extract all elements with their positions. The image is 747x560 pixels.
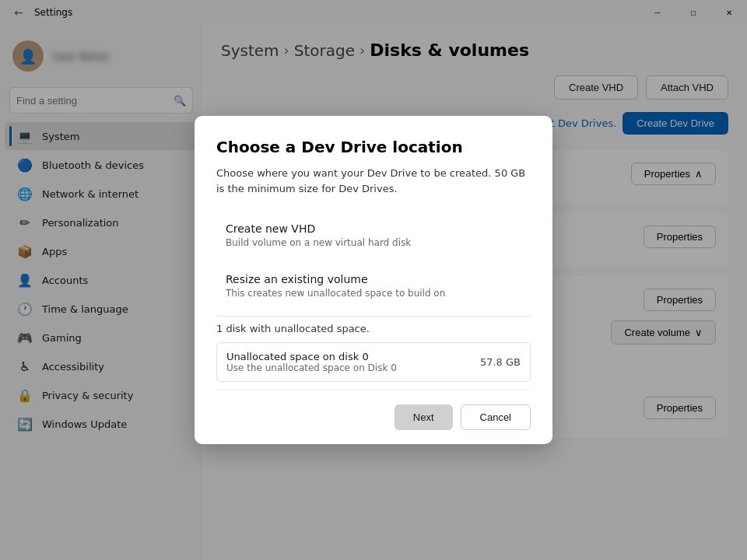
next-button[interactable]: Next	[395, 404, 453, 430]
unallocated-item-title: Unallocated space on disk 0	[226, 351, 397, 362]
dialog: Choose a Dev Drive location Choose where…	[195, 116, 552, 444]
dialog-footer: Next Cancel	[216, 390, 531, 444]
option-create-vhd-subtitle: Build volume on a new virtual hard disk	[226, 237, 521, 248]
unallocated-item-size: 57.8 GB	[480, 356, 521, 368]
option-resize-volume[interactable]: Resize an existing volume This creates n…	[216, 262, 531, 310]
option-create-vhd[interactable]: Create new VHD Build volume on a new vir…	[216, 212, 531, 259]
modal-overlay: Choose a Dev Drive location Choose where…	[0, 0, 747, 560]
dialog-description: Choose where you want your Dev Drive to …	[216, 166, 531, 196]
option-resize-title: Resize an existing volume	[226, 273, 521, 285]
unallocated-item-info: Unallocated space on disk 0 Use the unal…	[226, 351, 397, 373]
cancel-button[interactable]: Cancel	[461, 404, 531, 430]
dialog-title: Choose a Dev Drive location	[216, 138, 531, 156]
option-resize-subtitle: This creates new unallocated space to bu…	[226, 288, 521, 299]
dialog-divider	[216, 316, 531, 317]
unallocated-label: 1 disk with unallocated space.	[216, 323, 531, 334]
unallocated-item-subtitle: Use the unallocated space on Disk 0	[226, 362, 397, 373]
unallocated-section: 1 disk with unallocated space. Unallocat…	[216, 323, 531, 382]
option-create-vhd-title: Create new VHD	[226, 222, 521, 235]
unallocated-item-0[interactable]: Unallocated space on disk 0 Use the unal…	[216, 342, 531, 382]
